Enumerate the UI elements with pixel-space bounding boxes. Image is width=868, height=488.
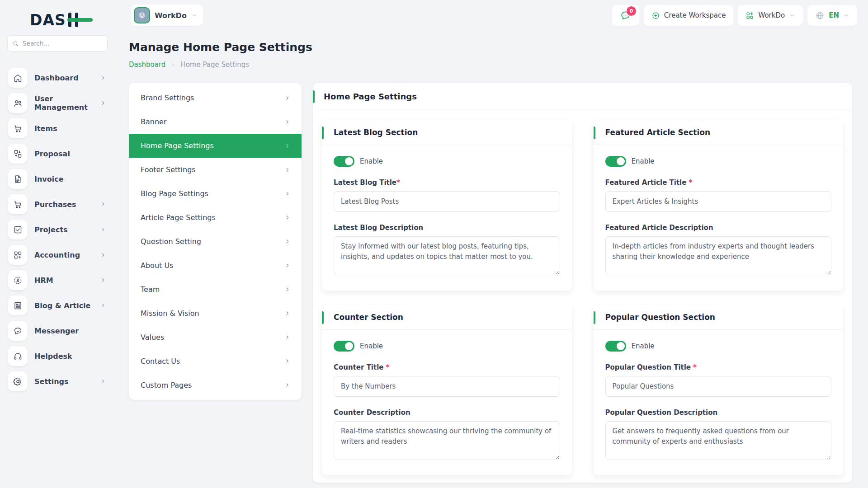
chevron-right-icon [100, 302, 106, 309]
workdo-menu-button[interactable]: WorkDo [738, 5, 803, 26]
chevron-right-icon [284, 166, 291, 173]
messages-button[interactable]: 0 [612, 5, 639, 26]
chevron-right-icon [170, 62, 175, 67]
description-textarea[interactable]: Get answers to frequently asked question… [605, 421, 832, 460]
section-card-latest-blog-section: Latest Blog Section Enable Latest Blog T… [322, 120, 572, 291]
title-input[interactable] [334, 376, 560, 397]
section-title: Latest Blog Section [334, 128, 560, 137]
headset-icon [8, 346, 28, 366]
section-header: Featured Article Section [594, 120, 844, 145]
settings-menu-item-about-us[interactable]: About Us [129, 253, 302, 277]
transfer-icon [8, 144, 28, 164]
chevron-down-icon [191, 12, 198, 19]
section-header: Latest Blog Section [322, 120, 572, 145]
workdo-menu-label: WorkDo [758, 11, 785, 19]
enable-label: Enable [632, 157, 655, 165]
language-button[interactable]: EN [807, 5, 857, 26]
chevron-down-icon [843, 12, 849, 19]
sidebar-item-items[interactable]: Items [0, 116, 115, 141]
section-card-popular-question-section: Popular Question Section Enable Popular … [594, 305, 844, 475]
language-label: EN [829, 11, 839, 19]
chevron-right-icon [284, 118, 291, 125]
settings-menu-item-footer-settings[interactable]: Footer Settings [129, 158, 302, 182]
title-field-label: Popular Question Title* [605, 363, 832, 371]
settings-menu-item-banner[interactable]: Banner [129, 110, 302, 134]
apps-plus-icon [745, 11, 754, 20]
sidebar-item-projects[interactable]: Projects [0, 217, 115, 242]
sidebar-item-purchases[interactable]: Purchases [0, 192, 115, 217]
section-body: Enable Counter Title* Counter Descriptio… [322, 341, 572, 475]
breadcrumb-current: Home Page Settings [180, 61, 249, 69]
sidebar-item-label: Dashboard [34, 74, 79, 82]
sidebar-item-label: Settings [34, 377, 69, 386]
settings-menu-item-values[interactable]: Values [129, 325, 302, 349]
sidebar-item-hrm[interactable]: HRM [0, 267, 115, 293]
description-textarea[interactable]: Real-time statistics showcasing our thri… [334, 421, 560, 460]
chevron-right-icon [284, 382, 291, 389]
create-workspace-label: Create Workspace [664, 11, 726, 19]
settings-menu-item-label: Article Page Settings [141, 213, 216, 222]
page-title: Manage Home Page Settings [129, 41, 312, 54]
required-asterisk: * [693, 363, 697, 371]
settings-menu-item-label: Values [141, 333, 164, 342]
settings-menu-item-custom-pages[interactable]: Custom Pages [129, 373, 302, 397]
settings-menu-item-label: About Us [141, 261, 173, 270]
workspace-switcher[interactable]: WorkDo [131, 5, 203, 26]
chevron-right-icon [100, 277, 106, 283]
chevron-right-icon [100, 75, 106, 81]
sidebar-item-proposal[interactable]: Proposal [0, 141, 115, 166]
sidebar-item-user-management[interactable]: User Management [0, 90, 115, 116]
description-textarea[interactable]: Stay informed with our latest blog posts… [334, 236, 560, 275]
settings-menu-item-question-setting[interactable]: Question Setting [129, 230, 302, 253]
enable-toggle[interactable] [605, 156, 626, 167]
invoice-icon [8, 169, 28, 189]
panel-header: Home Page Settings [313, 83, 852, 110]
check-square-icon [8, 220, 28, 239]
enable-toggle[interactable] [605, 341, 626, 352]
enable-toggle[interactable] [334, 156, 354, 167]
settings-menu-item-label: Home Page Settings [141, 141, 214, 150]
enable-toggle[interactable] [334, 341, 354, 352]
enable-toggle-row: Enable [605, 341, 832, 352]
cart-icon [8, 194, 28, 214]
sidebar-item-settings[interactable]: Settings [0, 369, 115, 394]
sidebar-item-invoice[interactable]: Invoice [0, 166, 115, 192]
settings-menu-item-label: Footer Settings [141, 165, 196, 174]
search-input[interactable] [23, 40, 103, 47]
settings-menu-item-mission-vision[interactable]: Mission & Vision [129, 301, 302, 325]
cart-icon [8, 118, 28, 138]
title-input[interactable] [334, 191, 560, 212]
sidebar-item-label: Items [34, 124, 57, 133]
settings-menu-item-article-page-settings[interactable]: Article Page Settings [129, 206, 302, 230]
sidebar-item-dashboard[interactable]: Dashboard [0, 65, 115, 90]
title-input[interactable] [605, 376, 832, 397]
description-field-label: Counter Description [334, 408, 560, 417]
section-card-featured-article-section: Featured Article Section Enable Featured… [594, 120, 844, 291]
required-asterisk: * [396, 178, 400, 187]
description-textarea[interactable]: In-depth articles from industry experts … [605, 236, 832, 275]
section-title: Counter Section [334, 313, 560, 322]
chevron-right-icon [100, 201, 106, 207]
workspace-stack-icon [137, 11, 146, 20]
sidebar-item-blog-article[interactable]: Blog & Article [0, 293, 115, 318]
sidebar-item-messenger[interactable]: Messenger [0, 318, 115, 343]
breadcrumb-dashboard-link[interactable]: Dashboard [129, 61, 165, 69]
title-input[interactable] [605, 191, 832, 212]
settings-menu-item-team[interactable]: Team [129, 277, 302, 301]
sidebar-item-label: Projects [34, 225, 68, 234]
sidebar-item-helpdesk[interactable]: Helpdesk [0, 343, 115, 369]
section-title: Popular Question Section [605, 313, 832, 322]
sidebar-item-accounting[interactable]: Accounting [0, 242, 115, 267]
section-body: Enable Popular Question Title* Popular Q… [594, 341, 844, 475]
settings-menu-item-brand-settings[interactable]: Brand Settings [129, 86, 302, 110]
title-field-label: Featured Article Title* [605, 178, 832, 187]
app-logo: DAS [30, 11, 93, 29]
home-icon [8, 68, 28, 88]
sidebar-item-label: User Management [34, 94, 100, 112]
notification-badge: 0 [627, 6, 636, 16]
settings-menu-item-label: Custom Pages [141, 381, 192, 389]
settings-menu-item-blog-page-settings[interactable]: Blog Page Settings [129, 182, 302, 206]
create-workspace-button[interactable]: Create Workspace [644, 5, 734, 26]
settings-menu-item-home-page-settings[interactable]: Home Page Settings [129, 134, 302, 158]
settings-menu-item-contact-us[interactable]: Contact Us [129, 349, 302, 373]
